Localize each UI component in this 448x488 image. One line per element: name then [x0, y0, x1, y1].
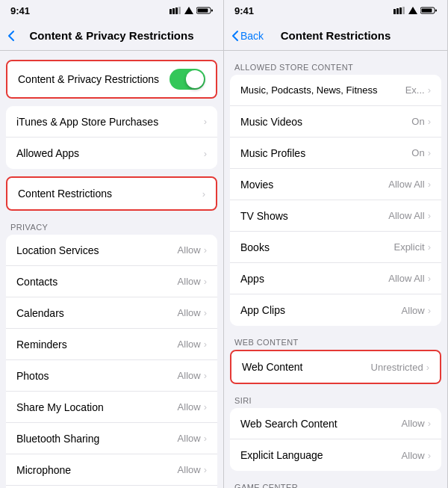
music-videos-row[interactable]: Music Videos On › [230, 106, 441, 138]
content-restrictions-group: Content Restrictions › [0, 176, 223, 211]
nav-bar-left: Content & Privacy Restrictions [0, 21, 223, 51]
allowed-apps-chevron: › [204, 148, 207, 159]
nav-bar-right: Back Content Restrictions [224, 21, 447, 51]
web-search-value: Allow [402, 418, 425, 429]
back-button-left[interactable] [7, 30, 15, 42]
game-center-section: GAME CENTER Multiplayer Games Allow with… [224, 483, 447, 488]
location-services-row[interactable]: Location Services Allow › [6, 235, 217, 266]
reminders-label: Reminders [16, 339, 178, 350]
photos-row[interactable]: Photos Allow › [6, 360, 217, 392]
app-clips-row[interactable]: App Clips Allow › [230, 294, 441, 326]
itunes-row[interactable]: iTunes & App Store Purchases › [6, 106, 217, 138]
music-profiles-row[interactable]: Music Profiles On › [230, 138, 441, 169]
status-icons-right [393, 7, 437, 14]
svg-rect-6 [198, 9, 208, 13]
svg-rect-14 [422, 9, 432, 13]
back-button-right[interactable]: Back [231, 30, 264, 42]
share-location-row[interactable]: Share My Location Allow › [6, 392, 217, 423]
status-time-left: 9:41 [10, 5, 30, 16]
bluetooth-right: Allow › [178, 433, 207, 444]
status-bar-right: 9:41 [224, 0, 447, 21]
web-search-row[interactable]: Web Search Content Allow › [230, 408, 441, 439]
web-content-row[interactable]: Web Content Unrestricted › [231, 351, 440, 383]
web-content-right: Unrestricted › [371, 362, 429, 373]
music-profiles-label: Music Profiles [240, 147, 411, 159]
allowed-store-card: Music, Podcasts, News, Fitness Ex... › M… [230, 75, 441, 326]
contacts-value: Allow [178, 276, 201, 287]
reminders-right: Allow › [178, 339, 207, 350]
standalone-card: iTunes & App Store Purchases › Allowed A… [6, 106, 217, 169]
location-services-label: Location Services [16, 244, 178, 256]
content-restrictions-chevron: › [202, 188, 205, 200]
microphone-right: Allow › [178, 464, 207, 475]
web-content-label: Web Content [242, 361, 371, 373]
toggle-card: Content & Privacy Restrictions [7, 61, 216, 97]
music-podcasts-right: Ex... › [405, 84, 431, 96]
allowed-store-header: ALLOWED STORE CONTENT [224, 63, 447, 75]
svg-rect-15 [435, 10, 437, 12]
books-value: Explicit [393, 241, 424, 253]
toggle-switch[interactable] [169, 69, 205, 90]
web-content-value: Unrestricted [371, 362, 423, 373]
toggle-knob [186, 70, 204, 88]
photos-label: Photos [16, 370, 178, 382]
bluetooth-label: Bluetooth Sharing [16, 433, 178, 445]
calendars-row[interactable]: Calendars Allow › [6, 297, 217, 329]
microphone-row[interactable]: Microphone Allow › [6, 454, 217, 486]
toggle-highlight-box: Content & Privacy Restrictions [6, 60, 217, 99]
web-content-card: Web Content Unrestricted › [231, 351, 440, 383]
web-content-header: WEB CONTENT [224, 338, 447, 350]
reminders-row[interactable]: Reminders Allow › [6, 329, 217, 360]
itunes-chevron: › [204, 116, 207, 127]
music-videos-label: Music Videos [240, 116, 411, 128]
allowed-apps-right: › [204, 148, 207, 159]
svg-rect-7 [211, 10, 213, 12]
svg-rect-8 [393, 9, 396, 14]
apps-row[interactable]: Apps Allow All › [230, 263, 441, 294]
privacy-restrictions-toggle-row[interactable]: Content & Privacy Restrictions [7, 61, 216, 97]
tv-shows-row[interactable]: TV Shows Allow All › [230, 200, 441, 232]
location-services-right: Allow › [178, 244, 207, 256]
contacts-right: Allow › [178, 276, 207, 287]
app-clips-value: Allow [402, 305, 425, 316]
tv-shows-label: TV Shows [240, 210, 388, 222]
share-location-value: Allow [178, 401, 201, 413]
itunes-label: iTunes & App Store Purchases [16, 116, 204, 128]
bluetooth-value: Allow [178, 433, 201, 444]
bluetooth-row[interactable]: Bluetooth Sharing Allow › [6, 423, 217, 454]
movies-row[interactable]: Movies Allow All › [230, 169, 441, 200]
siri-section: SIRI Web Search Content Allow › Explicit… [224, 396, 447, 471]
microphone-label: Microphone [16, 464, 178, 476]
music-videos-value: On [411, 116, 424, 127]
microphone-value: Allow [178, 464, 201, 475]
location-services-value: Allow [178, 244, 201, 256]
status-icons-left [169, 7, 213, 14]
contacts-row[interactable]: Contacts Allow › [6, 266, 217, 297]
right-panel-content: ALLOWED STORE CONTENT Music, Podcasts, N… [224, 51, 447, 488]
books-label: Books [240, 241, 393, 253]
content-restrictions-label: Content Restrictions [18, 188, 202, 200]
contacts-label: Contacts [16, 276, 178, 288]
siri-card: Web Search Content Allow › Explicit Lang… [230, 408, 441, 471]
nav-title-right: Content Restrictions [281, 29, 391, 42]
standalone-group: iTunes & App Store Purchases › Allowed A… [0, 106, 223, 169]
allowed-apps-row[interactable]: Allowed Apps › [6, 138, 217, 169]
music-videos-right: On › [411, 116, 431, 127]
left-panel-content: Content & Privacy Restrictions iTunes & … [0, 51, 223, 488]
photos-right: Allow › [178, 370, 207, 381]
right-panel: 9:41 Back Content Restrictions ALLOWED S… [224, 0, 448, 488]
tv-shows-right: Allow All › [388, 210, 431, 221]
privacy-card: Location Services Allow › Contacts Allow… [6, 235, 217, 488]
svg-rect-0 [169, 9, 172, 14]
apps-value: Allow All [388, 273, 424, 284]
music-profiles-right: On › [411, 147, 431, 158]
web-search-label: Web Search Content [240, 418, 402, 430]
allowed-apps-label: Allowed Apps [16, 147, 204, 159]
explicit-language-row[interactable]: Explicit Language Allow › [230, 439, 441, 471]
svg-rect-10 [399, 7, 402, 14]
books-row[interactable]: Books Explicit › [230, 232, 441, 263]
tv-shows-value: Allow All [388, 210, 424, 221]
calendars-right: Allow › [178, 307, 207, 318]
music-podcasts-row[interactable]: Music, Podcasts, News, Fitness Ex... › [230, 75, 441, 106]
content-restrictions-row[interactable]: Content Restrictions › [7, 178, 216, 209]
